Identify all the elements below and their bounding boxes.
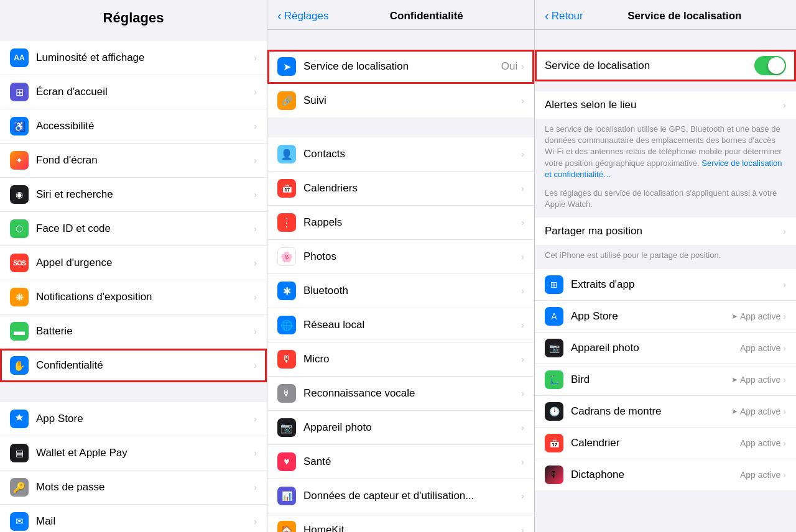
faceid-label: Face ID et code	[36, 222, 254, 235]
chevron-icon: ›	[254, 121, 257, 131]
rappels-item[interactable]: ⋮ Rappels ›	[267, 206, 534, 240]
reconnaissance-label: Reconnaissance vocale	[303, 387, 521, 400]
chevron-icon: ›	[783, 280, 786, 290]
settings-title: Réglages	[0, 0, 267, 31]
separator	[267, 117, 534, 127]
extraits-item[interactable]: ⊞ Extraits d'app ›	[535, 269, 796, 301]
settings-item-exposition[interactable]: ❋ Notifications d'exposition ›	[0, 280, 267, 314]
photos-item[interactable]: 🌸 Photos ›	[267, 240, 534, 274]
chevron-icon: ›	[521, 286, 524, 296]
reseau-icon: 🌐	[277, 316, 296, 334]
contacts-label: Contacts	[303, 148, 521, 160]
cadrans-location-label: Cadrans de montre	[571, 405, 731, 418]
settings-item-wallet[interactable]: ▤ Wallet et Apple Pay ›	[0, 436, 267, 470]
appareil-label: Appareil photo	[303, 421, 521, 434]
chevron-icon: ›	[521, 423, 524, 433]
settings-column: Réglages AA Luminosité et affichage › ⊞ …	[0, 0, 267, 532]
urgence-icon: SOS	[10, 254, 29, 272]
partager-desc-text: Cet iPhone est utilisé pour le partage d…	[545, 250, 721, 260]
settings-item-appstore[interactable]: App Store ›	[0, 402, 267, 436]
sante-item[interactable]: ♥ Santé ›	[267, 445, 534, 479]
rappels-label: Rappels	[303, 216, 521, 229]
homekit-item[interactable]: 🏠 HomeKit ›	[267, 513, 534, 532]
calendrier-location-item[interactable]: 📅 Calendrier App active ›	[535, 428, 796, 459]
rappels-icon: ⋮	[277, 213, 296, 232]
chevron-icon: ›	[254, 448, 257, 458]
location-service-item[interactable]: ➤ Service de localisation Oui ›	[267, 50, 534, 84]
partager-item[interactable]: Partager ma position ›	[535, 218, 796, 245]
privacy-nav: ‹ Réglages Confidentialité	[267, 0, 534, 30]
back-button-col3[interactable]: ‹ Retour	[545, 9, 583, 23]
chevron-icon: ›	[521, 96, 524, 106]
reseau-item[interactable]: 🌐 Réseau local ›	[267, 308, 534, 342]
appstore-status: ➤ App active	[731, 311, 780, 321]
privacy-title: Confidentialité	[329, 10, 525, 22]
chevron-icon: ›	[254, 414, 257, 424]
calendrier-status-text: App active	[740, 438, 780, 448]
location-detail-column: ‹ Retour Service de localisation Service…	[535, 0, 796, 532]
settings-item-accessibilite[interactable]: ♿ Accessibilité ›	[0, 109, 267, 144]
micro-item[interactable]: 🎙 Micro ›	[267, 342, 534, 377]
micro-label: Micro	[303, 353, 521, 365]
appstore-location-item[interactable]: A App Store ➤ App active ›	[535, 301, 796, 332]
calendriers-item[interactable]: 📅 Calendriers ›	[267, 172, 534, 206]
appareil-location-item[interactable]: 📷 Appareil photo App active ›	[535, 332, 796, 364]
faceid-icon: ⬡	[10, 219, 29, 238]
appareil-item[interactable]: 📷 Appareil photo ›	[267, 411, 534, 445]
reconnaissance-item[interactable]: 🎙 Reconnaissance vocale ›	[267, 377, 534, 411]
settings-item-ecran[interactable]: ⊞ Écran d'accueil ›	[0, 75, 267, 109]
exposition-icon: ❋	[10, 288, 29, 306]
location-detail-title: Service de localisation	[583, 10, 786, 22]
bluetooth-item[interactable]: ✱ Bluetooth ›	[267, 274, 534, 308]
chevron-icon: ›	[521, 525, 524, 532]
alerts-section: Alertes selon le lieu ›	[535, 91, 796, 119]
privacy-column: ‹ Réglages Confidentialité ➤ Service de …	[267, 0, 535, 532]
donnees-item[interactable]: 📊 Données de capteur et d'utilisation...…	[267, 479, 534, 513]
accessibilite-icon: ♿	[10, 117, 29, 135]
ecran-icon: ⊞	[10, 83, 29, 101]
alerts-item[interactable]: Alertes selon le lieu ›	[535, 91, 796, 119]
settings-item-fond-ecran[interactable]: ✦ Fond d'écran ›	[0, 144, 267, 178]
back-button[interactable]: ‹ Réglages	[277, 9, 329, 23]
location-toggle-row[interactable]: Service de localisation	[535, 50, 796, 81]
location-toggle[interactable]	[754, 56, 786, 75]
chevron-icon: ›	[783, 406, 786, 416]
appstore-location-icon: A	[545, 307, 563, 326]
contacts-item[interactable]: 👤 Contacts ›	[267, 137, 534, 172]
settings-item-motsdepasse[interactable]: 🔑 Mots de passe ›	[0, 470, 267, 505]
location-label: Service de localisation	[303, 60, 501, 73]
settings-item-luminosite[interactable]: AA Luminosité et affichage ›	[0, 41, 267, 75]
appstore-status-text: App active	[740, 311, 780, 321]
location-icon: ➤	[277, 57, 296, 76]
appareil-status: App active	[740, 343, 780, 353]
sante-label: Santé	[303, 456, 521, 468]
back-label: Réglages	[284, 10, 329, 22]
cadrans-location-item[interactable]: 🕐 Cadrans de montre ➤ App active ›	[535, 396, 796, 428]
chevron-icon: ›	[783, 375, 786, 385]
chevron-icon: ›	[783, 343, 786, 353]
settings-item-mail[interactable]: ✉ Mail ›	[0, 505, 267, 532]
calendriers-icon: 📅	[277, 179, 296, 198]
settings-item-siri[interactable]: ◉ Siri et recherche ›	[0, 178, 267, 212]
settings-item-urgence[interactable]: SOS Appel d'urgence ›	[0, 246, 267, 280]
settings-item-confidentialite[interactable]: ✋ Confidentialité ›	[0, 349, 267, 382]
chevron-icon: ›	[521, 183, 524, 193]
micro-icon: 🎙	[277, 350, 296, 369]
chevron-icon: ›	[521, 218, 524, 227]
appstore-location-label: App Store	[571, 310, 731, 323]
batterie-label: Batterie	[36, 325, 254, 337]
settings-item-faceid[interactable]: ⬡ Face ID et code ›	[0, 212, 267, 246]
cadrans-status: ➤ App active	[731, 406, 780, 416]
sante-icon: ♥	[277, 452, 296, 471]
bird-location-item[interactable]: 🛴 Bird ➤ App active ›	[535, 364, 796, 396]
dictaphone-location-item[interactable]: 🎙 Dictaphone App active ›	[535, 459, 796, 490]
cadrans-location-icon: 🕐	[545, 402, 563, 421]
dictaphone-location-label: Dictaphone	[571, 469, 740, 481]
appstore-icon	[10, 410, 29, 428]
settings-item-batterie[interactable]: ▬ Batterie ›	[0, 314, 267, 349]
suivi-item[interactable]: 🔗 Suivi ›	[267, 84, 534, 117]
toggle-section: Service de localisation	[535, 50, 796, 81]
watch-description: Les réglages du service de localisation …	[535, 188, 796, 218]
motsdepasse-label: Mots de passe	[36, 481, 254, 493]
bird-status: ➤ App active	[731, 375, 780, 385]
